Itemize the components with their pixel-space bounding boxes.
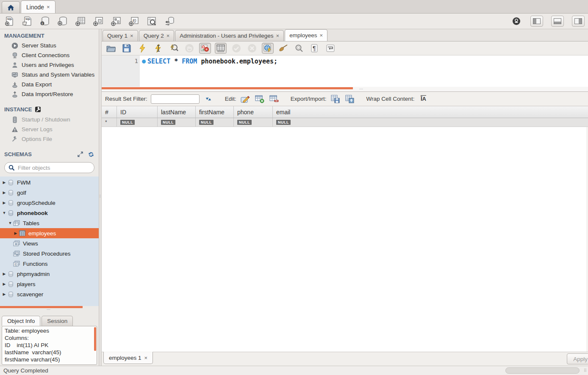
wrap-content-icon[interactable]: ĪA (418, 94, 429, 104)
sql-code-line[interactable]: SELECT * FROM phonebook.employees; (140, 55, 277, 87)
null-badge[interactable]: NULL (199, 120, 214, 125)
tree-item-employees[interactable]: ▶employees (0, 228, 99, 238)
add-row-icon[interactable] (254, 94, 265, 104)
tree-item-tables[interactable]: ▼Tables (0, 218, 99, 228)
tree-item-phonebook[interactable]: ▼phonebook (0, 208, 99, 218)
close-icon[interactable]: × (319, 32, 323, 39)
rollback-icon[interactable] (246, 43, 258, 54)
connection-tab-linode[interactable]: Linode × (21, 0, 55, 13)
account-lock-icon[interactable] (510, 16, 522, 27)
limit-rows-icon[interactable] (215, 43, 227, 54)
result-tab-employees-1[interactable]: employees 1 × (103, 352, 153, 364)
expander-icon[interactable]: ▶ (2, 282, 7, 286)
sidebar-item-data-export[interactable]: Data Export (0, 80, 99, 89)
sidebar-item-status-system-variables[interactable]: Status and System Variables (0, 70, 99, 80)
tree-item-golf[interactable]: ▶golf (0, 188, 99, 198)
sidebar-item-server-logs[interactable]: Server Logs (0, 124, 99, 134)
close-icon[interactable]: × (47, 4, 50, 10)
reconnect-database-icon[interactable] (164, 16, 175, 27)
col-header-lastname[interactable]: lastName (158, 106, 196, 118)
create-procedure-icon[interactable] (110, 16, 122, 27)
resize-grip-icon[interactable]: ⠿ (584, 368, 587, 373)
toggle-stop-on-error-icon[interactable] (199, 43, 211, 54)
close-icon[interactable]: × (130, 33, 133, 39)
refresh-icon[interactable] (87, 151, 94, 158)
expander-icon[interactable]: ▶ (2, 201, 7, 205)
close-icon[interactable]: × (276, 33, 280, 39)
expander-icon[interactable]: ▶ (13, 231, 18, 235)
explain-plan-icon[interactable] (168, 43, 180, 54)
expander-icon[interactable]: ▶ (2, 272, 7, 276)
save-file-icon[interactable] (121, 43, 133, 54)
grid-new-row[interactable]: * NULL NULL NULL NULL NULL (102, 118, 588, 127)
sidebar-item-users-privileges[interactable]: Users and Privileges (0, 60, 99, 70)
import-records-icon[interactable] (344, 94, 355, 104)
null-badge[interactable]: NULL (161, 120, 175, 125)
tree-item-fwm[interactable]: ▶FWM (0, 177, 99, 188)
execute-script-icon[interactable] (136, 43, 148, 54)
tab-administration[interactable]: Administration - Users and Privileges× (175, 30, 284, 41)
open-sql-script-icon[interactable]: SQL (21, 16, 33, 27)
tree-item-groupschedule[interactable]: ▶groupSchedule (0, 198, 99, 208)
tree-item-functions[interactable]: f()Functions (0, 259, 99, 269)
find-in-script-icon[interactable] (293, 43, 305, 54)
info-scrollbar-thumb[interactable] (94, 327, 96, 351)
execute-current-icon[interactable] (152, 43, 164, 54)
expander-icon[interactable]: ▶ (2, 180, 7, 185)
col-header-id[interactable]: ID (117, 106, 158, 118)
new-sql-tab-icon[interactable]: SQL (3, 16, 15, 27)
toggle-right-panel-button[interactable] (572, 16, 585, 27)
sidebar-splitter-handle[interactable]: ⋯ (0, 308, 99, 313)
col-header-phone[interactable]: phone (234, 106, 273, 118)
tree-item-phpmyadmin[interactable]: ▶phpmyadmin (0, 269, 99, 279)
toggle-autocommit-icon[interactable] (262, 43, 274, 54)
sidebar-item-server-status[interactable]: Server Status (0, 41, 99, 50)
horizontal-scrollbar-thumb[interactable] (505, 367, 580, 374)
toggle-wrap-icon[interactable] (325, 43, 336, 54)
col-header-email[interactable]: email (273, 106, 588, 118)
schema-filter-box[interactable] (4, 162, 94, 173)
col-header-rownum[interactable]: # (102, 106, 117, 118)
edit-pencil-icon[interactable] (240, 94, 251, 104)
close-icon[interactable]: × (144, 355, 148, 361)
create-schema-icon[interactable] (57, 16, 69, 27)
apply-button[interactable]: Apply (567, 353, 588, 364)
expander-icon[interactable]: ▶ (2, 190, 7, 195)
schema-filter-input[interactable] (18, 165, 81, 171)
tab-query-1[interactable]: Query 1× (103, 30, 138, 41)
sidebar-main-splitter[interactable]: ⁞ (99, 29, 102, 366)
create-function-icon[interactable]: f() (128, 16, 140, 27)
expand-icon[interactable] (77, 151, 84, 158)
stop-query-icon[interactable] (183, 43, 195, 54)
expander-icon[interactable]: ▼ (8, 221, 13, 225)
commit-icon[interactable] (230, 43, 242, 54)
show-invisibles-icon[interactable]: ¶ (309, 43, 321, 54)
beautify-script-icon[interactable] (277, 43, 289, 54)
tab-session[interactable]: Session (42, 316, 73, 326)
tree-item-stored-procedures[interactable]: Stored Procedures (0, 248, 99, 259)
refresh-icon[interactable] (203, 94, 214, 104)
sidebar-item-client-connections[interactable]: Client Connections (0, 50, 99, 60)
toggle-bottom-panel-button[interactable] (551, 16, 564, 27)
tab-object-info[interactable]: Object Info (2, 316, 40, 326)
home-tab[interactable] (2, 1, 20, 13)
sidebar-item-data-import[interactable]: Data Import/Restore (0, 89, 99, 99)
editor-result-splitter[interactable]: ⋯ (102, 87, 588, 92)
col-header-firstname[interactable]: firstName (196, 106, 234, 118)
tree-item-players[interactable]: ▶players (0, 279, 99, 289)
expander-icon[interactable]: ▶ (2, 292, 7, 296)
inspect-database-icon[interactable]: i (39, 16, 51, 27)
null-badge[interactable]: NULL (120, 120, 135, 125)
tree-item-scavenger[interactable]: ▶scavenger (0, 289, 99, 299)
open-file-icon[interactable] (105, 43, 117, 54)
search-table-data-icon[interactable] (146, 16, 158, 27)
create-view-icon[interactable] (92, 16, 104, 27)
tree-item-views[interactable]: Views (0, 238, 99, 248)
delete-row-icon[interactable] (269, 94, 280, 104)
null-badge[interactable]: NULL (276, 120, 291, 125)
sidebar-item-startup-shutdown[interactable]: Startup / Shutdown (0, 115, 99, 124)
tab-employees[interactable]: employees× (285, 29, 327, 41)
close-icon[interactable]: × (166, 33, 170, 39)
create-table-icon[interactable] (75, 16, 86, 27)
tab-query-2[interactable]: Query 2× (139, 30, 175, 41)
